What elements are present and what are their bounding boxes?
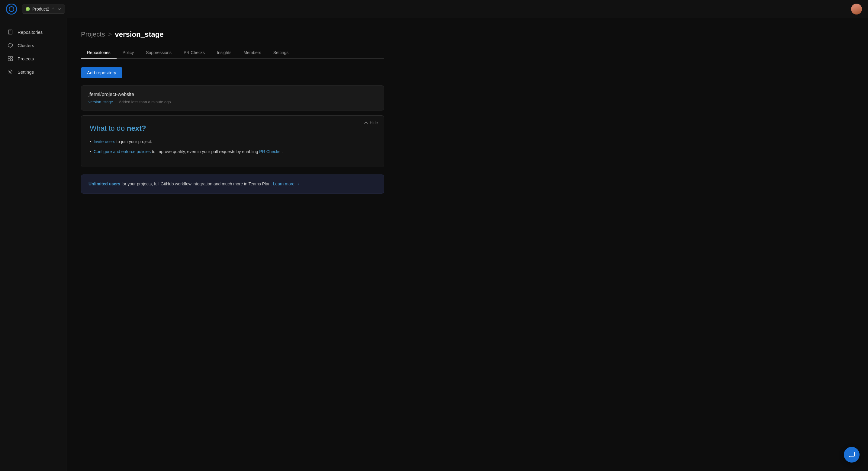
app-logo[interactable] bbox=[6, 4, 17, 14]
invite-users-link[interactable]: Invite users bbox=[94, 139, 115, 144]
svg-rect-10 bbox=[10, 59, 12, 61]
org-name: Product2 bbox=[32, 7, 49, 11]
repo-tag[interactable]: version_stage bbox=[89, 100, 113, 104]
svg-rect-8 bbox=[10, 57, 12, 58]
sidebar-item-projects[interactable]: Projects bbox=[0, 52, 66, 65]
sidebar-item-repositories[interactable]: Repositories bbox=[0, 25, 66, 39]
topbar: Product2 ⌃̲ bbox=[0, 0, 868, 18]
repo-meta: version_stage · Added less than a minute… bbox=[89, 100, 377, 104]
svg-point-0 bbox=[6, 4, 17, 14]
repo-meta-dot: · bbox=[115, 100, 117, 104]
tabs-bar: Repositories Policy Suppressions PR Chec… bbox=[81, 47, 384, 59]
tab-insights[interactable]: Insights bbox=[211, 47, 238, 59]
promo-banner: Unlimited users for your projects, full … bbox=[81, 175, 384, 193]
main-layout: Repositories Clusters Projects bbox=[0, 18, 868, 471]
breadcrumb-separator: > bbox=[108, 31, 112, 38]
repo-name: jfermi/project-website bbox=[89, 92, 377, 97]
avatar-image bbox=[851, 4, 862, 14]
breadcrumb-parent[interactable]: Projects bbox=[81, 31, 105, 38]
tab-settings[interactable]: Settings bbox=[267, 47, 295, 59]
tab-suppressions[interactable]: Suppressions bbox=[140, 47, 178, 59]
repo-icon bbox=[7, 29, 13, 35]
next-steps-card: Hide What to do next? Invite users to jo… bbox=[81, 115, 384, 167]
sidebar-label-repositories: Repositories bbox=[18, 30, 42, 35]
chevron-up-icon bbox=[364, 121, 368, 125]
topbar-left: Product2 ⌃̲ bbox=[6, 4, 65, 14]
repository-card: jfermi/project-website version_stage · A… bbox=[81, 86, 384, 111]
svg-rect-7 bbox=[8, 57, 10, 58]
next-steps-list: Invite users to join your project. Confi… bbox=[90, 138, 375, 155]
sidebar-label-projects: Projects bbox=[18, 56, 34, 61]
next-step-policies: Configure and enforce policies to improv… bbox=[90, 149, 375, 155]
svg-point-1 bbox=[9, 7, 14, 11]
org-selector[interactable]: Product2 ⌃̲ bbox=[22, 4, 65, 13]
hide-label: Hide bbox=[370, 121, 378, 125]
breadcrumb: Projects > version_stage bbox=[81, 30, 384, 39]
promo-text: for your projects, full GitHub workflow … bbox=[121, 182, 273, 186]
main-content: Projects > version_stage Repositories Po… bbox=[66, 18, 399, 471]
add-repository-button[interactable]: Add repository bbox=[81, 67, 122, 78]
svg-marker-6 bbox=[8, 43, 12, 48]
sidebar-item-clusters[interactable]: Clusters bbox=[0, 39, 66, 52]
org-avatar-dot bbox=[26, 7, 30, 11]
promo-unlimited-link[interactable]: Unlimited users bbox=[89, 182, 120, 186]
cluster-icon bbox=[7, 42, 13, 48]
configure-policies-link[interactable]: Configure and enforce policies bbox=[94, 149, 151, 154]
tab-policy[interactable]: Policy bbox=[117, 47, 140, 59]
next-step-invite: Invite users to join your project. bbox=[90, 138, 375, 145]
user-avatar[interactable] bbox=[851, 4, 862, 14]
next-steps-title: What to do next? bbox=[90, 124, 375, 132]
projects-icon bbox=[7, 56, 13, 62]
svg-point-11 bbox=[9, 71, 11, 72]
chat-bubble-button[interactable] bbox=[844, 447, 860, 463]
tab-pr-checks[interactable]: PR Checks bbox=[178, 47, 211, 59]
sidebar-label-settings: Settings bbox=[18, 69, 34, 74]
settings-icon bbox=[7, 69, 13, 75]
promo-learn-more-link[interactable]: Learn more → bbox=[273, 182, 300, 186]
tab-members[interactable]: Members bbox=[238, 47, 267, 59]
chat-icon bbox=[848, 451, 855, 458]
breadcrumb-current: version_stage bbox=[115, 30, 163, 39]
chevron-icon bbox=[57, 7, 61, 11]
chevron-down-icon: ⌃̲ bbox=[52, 7, 55, 11]
repo-added-time: Added less than a minute ago bbox=[119, 100, 171, 104]
hide-button[interactable]: Hide bbox=[364, 121, 378, 125]
sidebar-item-settings[interactable]: Settings bbox=[0, 65, 66, 78]
svg-rect-9 bbox=[8, 59, 10, 61]
sidebar: Repositories Clusters Projects bbox=[0, 18, 66, 471]
pr-checks-link[interactable]: PR Checks bbox=[259, 149, 280, 154]
tab-repositories[interactable]: Repositories bbox=[81, 47, 117, 59]
sidebar-label-clusters: Clusters bbox=[18, 43, 34, 48]
